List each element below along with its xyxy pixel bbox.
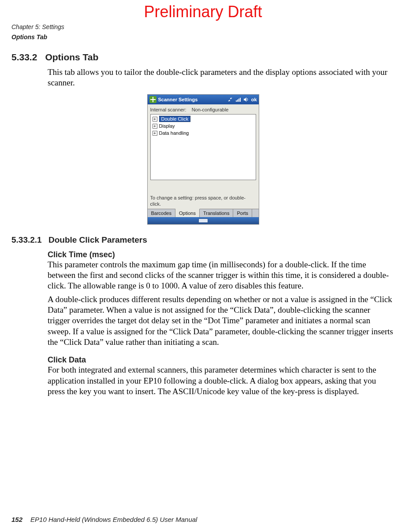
svg-rect-3 [240, 98, 241, 102]
subsection-title: Double Click Parameters [48, 235, 147, 244]
system-tray: ok [227, 97, 257, 102]
svg-rect-2 [238, 99, 239, 102]
tree-label: Data handling [159, 130, 189, 136]
hint-text: To change a setting: press space, or dou… [148, 192, 259, 208]
tab-options[interactable]: Options [175, 209, 200, 217]
svg-rect-1 [237, 100, 238, 102]
windows-start-icon[interactable] [149, 96, 156, 103]
section-intro-paragraph: This tab allows you to tailor the double… [48, 67, 395, 89]
section-heading: 5.33.2Options Tab [0, 52, 406, 63]
expand-icon[interactable]: + [153, 131, 157, 136]
connectivity-icon[interactable] [227, 97, 233, 102]
click-data-heading: Click Data [48, 355, 395, 365]
tree-item-display[interactable]: + Display [152, 122, 255, 129]
svg-rect-0 [236, 100, 237, 102]
document-title: EP10 Hand-Held (Windows Embedded 6.5) Us… [30, 516, 197, 523]
tab-barcodes[interactable]: Barcodes [148, 209, 175, 217]
click-time-heading: Click Time (msec) [48, 250, 395, 259]
click-time-p1: This parameter controls the maximum gap … [48, 259, 395, 292]
signal-icon[interactable] [235, 97, 241, 102]
window-title: Scanner Settings [158, 97, 226, 102]
keyboard-icon[interactable] [198, 218, 208, 223]
internal-scanner-label: Internal scanner: [150, 107, 186, 112]
tab-bar: Barcodes Options Translations Ports [148, 209, 259, 217]
tab-ports[interactable]: Ports [233, 209, 252, 217]
svg-marker-4 [244, 97, 246, 102]
page-footer: 152EP10 Hand-Held (Windows Embedded 6.5)… [11, 516, 197, 523]
section-title: Options Tab [45, 52, 98, 62]
ok-button[interactable]: ok [251, 97, 257, 102]
preliminary-draft-heading: Preliminary Draft [0, 0, 406, 21]
click-data-p1: For both integrated and external scanner… [48, 365, 395, 397]
titlebar: Scanner Settings ok [148, 95, 259, 104]
expand-icon[interactable]: + [153, 117, 157, 122]
chapter-header-line2: Options Tab [0, 33, 406, 41]
tree-label: Display [159, 123, 175, 129]
tree-label: Double Click [159, 116, 191, 122]
tab-translations[interactable]: Translations [200, 209, 234, 217]
internal-scanner-row: Internal scanner: Non-configurable [148, 104, 259, 114]
page-number: 152 [11, 516, 22, 523]
tree-item-double-click[interactable]: + Double Click [152, 115, 255, 122]
speaker-icon[interactable] [243, 97, 249, 102]
click-time-p2: A double-click produces different result… [48, 294, 395, 348]
internal-scanner-value: Non-configurable [192, 107, 229, 112]
tree-item-data-handling[interactable]: + Data handling [152, 129, 255, 137]
scanner-settings-screenshot: Scanner Settings ok Internal scanner: No… [147, 94, 259, 224]
subsection-number: 5.33.2.1 [11, 235, 42, 244]
bottom-bar [148, 217, 259, 224]
subsection-heading: 5.33.2.1 Double Click Parameters [0, 235, 406, 245]
section-number: 5.33.2 [11, 52, 37, 62]
chapter-header-line1: Chapter 5: Settings [0, 23, 406, 31]
options-tree[interactable]: + Double Click + Display + Data handling [150, 114, 256, 180]
expand-icon[interactable]: + [153, 124, 157, 129]
